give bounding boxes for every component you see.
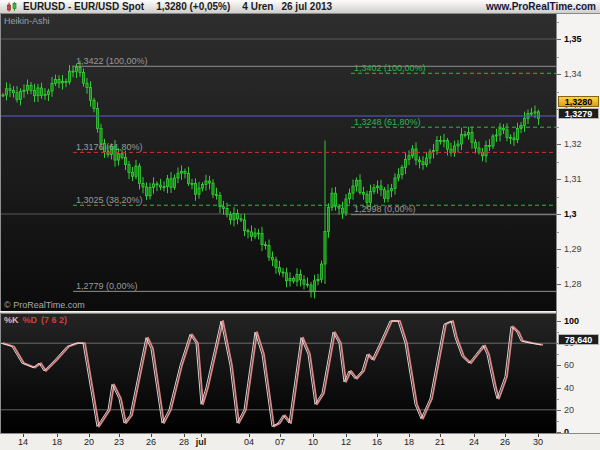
- fib-level-label[interactable]: 1,3025 (38,20%): [76, 195, 143, 205]
- date-label: 26 jul 2013: [281, 1, 332, 12]
- axis-tick: [557, 267, 559, 268]
- time-axis-tick: [119, 434, 120, 437]
- axis-tick: [557, 232, 559, 233]
- indicator-label-heikin-ashi: Heikin-Ashi: [4, 16, 50, 26]
- time-axis-label: 14: [10, 437, 36, 447]
- time-axis-tick: [409, 434, 410, 437]
- axis-tick: [557, 22, 559, 23]
- axis-tick: [557, 162, 559, 163]
- price-axis-label: 1,31: [564, 174, 582, 184]
- time-axis-tick: [313, 434, 314, 437]
- fib-level-label[interactable]: 1,3248 (61,80%): [354, 117, 421, 127]
- axis-tick: [557, 197, 559, 198]
- price-chart-canvas[interactable]: 1,3422 (100,00%)1,3176 (61,80%)1,3025 (3…: [1, 14, 558, 311]
- stoch-axis-label: 40: [564, 383, 574, 393]
- axis-tick: [557, 214, 561, 215]
- time-axis-tick: [23, 434, 24, 437]
- axis-tick: [557, 179, 561, 180]
- prorealtime-window: EURUSD - EUR/USD Spot 1,3280 (+0,05%) 4 …: [0, 0, 600, 450]
- stoch-axis-label: 60: [564, 360, 574, 370]
- current-price-badge: 1,3279: [558, 108, 599, 119]
- copyright-watermark: © ProRealTime.com: [4, 300, 85, 310]
- time-axis[interactable]: 141820232628jul04071012161821242630: [0, 433, 600, 450]
- price-axis-label: 1,3: [564, 209, 577, 219]
- time-axis-label: 24: [461, 437, 487, 447]
- axis-tick: [557, 377, 559, 378]
- price-chart-panel[interactable]: 1,3422 (100,00%)1,3176 (61,80%)1,3025 (3…: [0, 14, 557, 311]
- stoch-axis-label: 100: [564, 316, 579, 326]
- candlestick-chart-icon: [6, 2, 18, 12]
- time-axis-label: 30: [525, 437, 551, 447]
- time-axis-tick: [474, 434, 475, 437]
- time-axis-tick: [57, 434, 58, 437]
- heikin-ashi-candles: [2, 61, 540, 299]
- time-axis-label: 10: [300, 437, 326, 447]
- symbol-title: EURUSD - EUR/USD Spot: [23, 1, 144, 12]
- stochastic-indicator-label: %K%D(7 6 2): [4, 315, 67, 325]
- axis-tick: [557, 365, 561, 366]
- time-axis-label: 18: [396, 437, 422, 447]
- time-axis-tick: [249, 434, 250, 437]
- time-axis-tick: [89, 434, 90, 437]
- axis-tick: [557, 284, 561, 285]
- axis-tick: [557, 39, 561, 40]
- axis-tick: [557, 321, 561, 322]
- axis-tick: [557, 74, 561, 75]
- stoch-d-label: %D: [23, 315, 38, 325]
- price-axis[interactable]: 1,351,341,331,321,311,31,291,28100806040…: [556, 14, 600, 433]
- axis-tick: [557, 421, 559, 422]
- time-axis-tick: [201, 434, 202, 437]
- last-price-badge: 1,3280: [558, 96, 599, 107]
- chart-title-bar: EURUSD - EUR/USD Spot 1,3280 (+0,05%) 4 …: [0, 0, 600, 14]
- last-price-change: 1,3280 (+0,05%): [156, 1, 230, 12]
- fib-level-label[interactable]: 1,2998 (0,00%): [354, 204, 416, 214]
- axis-tick: [557, 127, 559, 128]
- time-axis-tick: [538, 434, 539, 437]
- axis-tick: [557, 388, 561, 389]
- fib-level-label[interactable]: 1,3402 (100,00%): [354, 63, 426, 73]
- fib-level-label[interactable]: 1,3422 (100,00%): [76, 56, 148, 66]
- time-axis-label: 12: [333, 437, 359, 447]
- time-axis-tick: [151, 434, 152, 437]
- price-axis-label: 1,29: [564, 244, 582, 254]
- time-axis-tick: [280, 434, 281, 437]
- stoch-params: (7 6 2): [41, 315, 67, 325]
- axis-tick: [557, 399, 559, 400]
- time-axis-tick: [184, 434, 185, 437]
- time-axis-tick: [377, 434, 378, 437]
- price-axis-label: 1,28: [564, 279, 582, 289]
- axis-tick: [557, 57, 559, 58]
- axis-tick: [557, 354, 559, 355]
- time-axis-label: jul: [188, 437, 214, 447]
- price-axis-label: 1,32: [564, 139, 582, 149]
- time-axis-label: 26: [138, 437, 164, 447]
- price-axis-label: 1,34: [564, 69, 582, 79]
- axis-tick: [557, 332, 559, 333]
- axis-tick: [557, 249, 561, 250]
- timeframe-label: 4 Uren: [242, 1, 273, 12]
- axis-tick: [557, 92, 559, 93]
- stoch-axis-label: 20: [564, 405, 574, 415]
- time-axis-label: 23: [106, 437, 132, 447]
- fib-level-label[interactable]: 1,2779 (0,00%): [76, 281, 138, 291]
- time-axis-label: 20: [76, 437, 102, 447]
- time-axis-tick: [505, 434, 506, 437]
- time-axis-label: 04: [236, 437, 262, 447]
- fib-level-label[interactable]: 1,3176 (61,80%): [76, 142, 143, 152]
- stochastic-value-badge: 78,640: [558, 334, 599, 345]
- time-axis-label: 26: [492, 437, 518, 447]
- stochastic-panel[interactable]: %K%D(7 6 2): [0, 314, 557, 433]
- time-axis-label: 21: [427, 437, 453, 447]
- prorealtime-watermark: www.ProRealTime.com: [486, 1, 596, 12]
- time-axis-tick: [346, 434, 347, 437]
- price-axis-label: 1,35: [564, 34, 582, 44]
- axis-tick: [557, 144, 561, 145]
- time-axis-label: 07: [267, 437, 293, 447]
- time-axis-label: 18: [44, 437, 70, 447]
- time-axis-label: 16: [364, 437, 390, 447]
- time-axis-tick: [440, 434, 441, 437]
- stoch-k-label: %K: [4, 315, 19, 325]
- axis-tick: [557, 410, 561, 411]
- stochastic-canvas[interactable]: [1, 314, 558, 433]
- stoch-d-line: [3, 321, 543, 427]
